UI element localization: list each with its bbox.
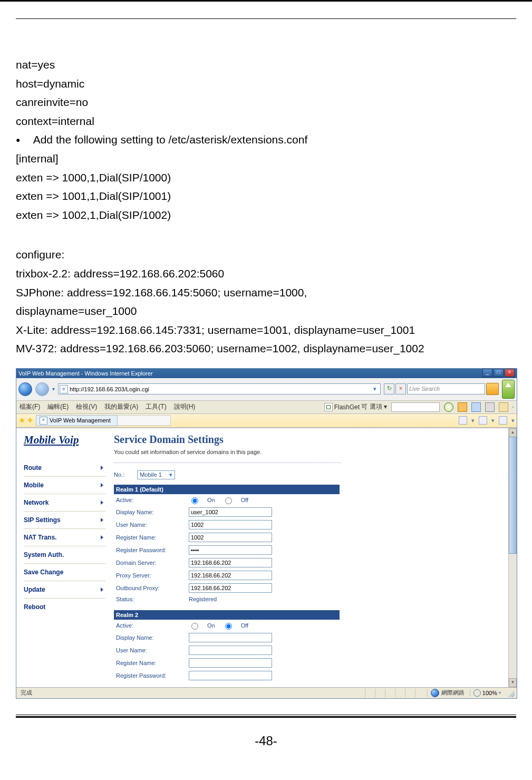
new-tab-button[interactable] [118,415,171,426]
feeds-toolbar-icon[interactable] [479,416,487,425]
realm1-domain-server-input[interactable] [189,558,272,567]
status-label: Status: [114,594,187,604]
chevron-right-icon [101,518,103,522]
stop-button[interactable]: × [395,383,406,394]
minimize-button[interactable]: _ [482,369,492,377]
scroll-thumb[interactable] [509,437,517,554]
flashget-toolbar[interactable]: FlashGet 可 選項 ▾ [324,402,387,411]
config-line: context=internal [16,112,516,130]
menu-file[interactable]: 檔案(F) [20,402,40,411]
sidebar-item-sip[interactable]: SIP Settings [24,513,105,527]
realm1-display-name-input[interactable] [189,507,272,517]
mini-search-input[interactable] [391,402,440,412]
check-icon[interactable] [512,407,514,408]
app-logo[interactable]: Mobile Voip [24,434,79,447]
realm1-register-name-input[interactable] [189,533,272,542]
sidebar-item-label: Reboot [24,603,45,611]
maximize-button[interactable]: □ [494,369,504,377]
configure-line: MV-372: address=192.168.66.203:5060; use… [16,340,516,358]
tab-page-icon: e [40,417,47,425]
realm1-active-off[interactable] [225,497,232,504]
realm2-display-name-input[interactable] [189,633,272,642]
flashget-options[interactable]: 可 選項 ▾ [361,402,387,411]
realm2-active-on[interactable] [191,623,198,630]
realm2-user-name-input[interactable] [189,646,272,655]
off-label: Off [241,622,248,629]
menu-favorites[interactable]: 我的最愛(A) [104,402,138,411]
vertical-scrollbar[interactable]: ▲ ▼ [508,428,517,687]
zoom-control[interactable]: 100% ▾ [470,689,504,697]
options-icon[interactable] [458,402,467,412]
dropdown-icon[interactable]: ▾ [52,386,55,392]
sidebar-item-update[interactable]: Update [24,582,105,597]
internal-line: [internal] [16,150,516,168]
sidebar-item-label: Route [24,464,42,471]
page-icon: e [60,385,68,393]
page-number: -48- [16,734,516,748]
mail-icon[interactable] [471,402,481,412]
sidebar-item-network[interactable]: Network [24,495,105,510]
realm1-proxy-server-input[interactable] [189,571,272,580]
chevron-right-icon [101,466,103,470]
active-label: Active: [114,494,187,506]
statusbar: 完成 網際網路 100% ▾ [16,687,517,698]
navbar: ▾ e http://192.168.66.203/Login.cgi ▾ ↻ … [16,378,517,401]
realm2-active-off[interactable] [225,623,232,630]
download-widget-icon[interactable] [502,380,515,399]
sidebar-item-save[interactable]: Save Change [24,565,105,580]
on-label: On [207,622,215,629]
register-name-label: Register Name: [114,531,187,544]
configure-line: X-Lite: address=192.168.66.145:7331; use… [16,321,516,339]
realm1-register-password-input[interactable] [189,545,272,555]
chevron-down-icon: ▾ [169,471,172,478]
browser-tab[interactable]: e VoIP Web Management [36,415,118,426]
sidebar-item-sysauth[interactable]: System Auth. [24,547,105,562]
refresh-button[interactable]: ↻ [384,383,394,394]
menu-tools[interactable]: 工具(T) [146,402,166,411]
menu-help[interactable]: 說明(H) [174,402,196,411]
flashget-icon [324,403,333,411]
home-toolbar-icon[interactable] [459,416,467,425]
menu-edit[interactable]: 編輯(E) [47,402,69,411]
favorites-star-icon[interactable]: ★ [18,416,25,425]
home-icon[interactable] [499,402,508,412]
register-password-label: Register Password: [114,669,187,682]
configure-line: trixbox-2.2: address=192.168.66.202:5060 [16,265,516,283]
realm2-register-password-input[interactable] [189,671,272,680]
sidebar-item-reboot[interactable]: Reboot [24,600,105,614]
address-bar[interactable]: e http://192.168.66.203/Login.cgi ▾ [58,383,381,394]
page-content: Mobile Voip Route Mobile Network SIP Set… [16,428,517,687]
realm1-active-on[interactable] [191,497,198,504]
add-favorite-icon[interactable]: ✚ [27,417,33,424]
info-icon[interactable] [444,402,453,412]
register-name-label: Register Name: [114,657,187,669]
realm1-outbound-proxy-input[interactable] [189,583,272,593]
scroll-down-button[interactable]: ▼ [509,678,517,687]
search-button[interactable] [486,383,499,395]
config-line: canreinvite=no [16,93,516,111]
realm2-register-name-input[interactable] [189,658,272,668]
scroll-up-button[interactable]: ▲ [509,428,517,437]
print-icon[interactable] [485,402,495,412]
window-title: VoIP Web Management - Windows Internet E… [18,369,153,378]
close-button[interactable]: × [505,369,515,377]
sidebar-item-label: Network [24,499,49,506]
chevron-right-icon [101,535,103,540]
print-toolbar-icon[interactable] [499,416,507,425]
menu-view[interactable]: 檢視(V) [76,402,97,411]
internal-line: exten => 1002,1,Dial(SIP/1002) [16,206,516,224]
back-button[interactable] [18,382,32,396]
search-input[interactable]: Live Search [407,383,485,394]
sidebar-item-label: Save Change [24,569,63,576]
forward-button[interactable] [35,382,49,396]
sidebar-item-route[interactable]: Route [24,460,105,475]
sidebar-item-nat[interactable]: NAT Trans. [24,530,105,545]
sidebar-item-mobile[interactable]: Mobile [24,478,105,493]
realm1-user-name-input[interactable] [189,520,272,529]
internal-line: exten => 1000,1,Dial(SIP/1000) [16,169,516,187]
mobile-select[interactable]: Mobile 1 ▾ [137,470,175,479]
sidebar-item-label: Update [24,586,45,593]
tabbar: ★ ✚ e VoIP Web Management ▾ ▾ ▾ [16,414,517,428]
address-dropdown-icon[interactable]: ▾ [371,386,379,392]
resize-grip-icon[interactable] [506,689,515,697]
